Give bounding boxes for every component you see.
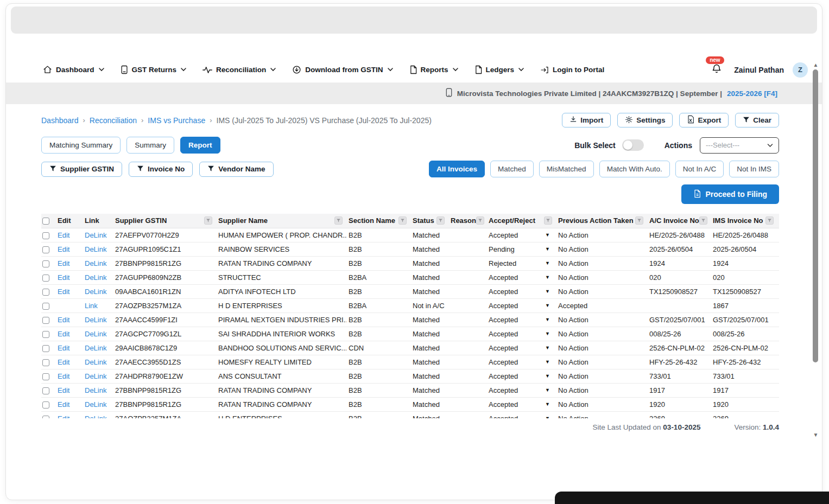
accept-reject-dropdown[interactable]: Rejected▼: [486, 256, 556, 270]
clear-button[interactable]: Clear: [735, 113, 779, 127]
link-delink-link[interactable]: DeLink: [85, 330, 106, 338]
edit-link[interactable]: Edit: [58, 273, 69, 282]
proceed-to-filing-button[interactable]: Proceed to Filing: [681, 184, 779, 204]
row-checkbox[interactable]: [42, 275, 49, 282]
export-button[interactable]: Export: [679, 113, 729, 127]
link-delink-link[interactable]: DeLink: [85, 358, 106, 366]
link-delink-link[interactable]: DeLink: [85, 414, 106, 419]
nav-reports[interactable]: Reports: [409, 65, 458, 74]
row-checkbox[interactable]: [42, 373, 49, 380]
accept-reject-dropdown[interactable]: Accepted▼: [486, 312, 556, 327]
breadcrumb-reconciliation[interactable]: Reconciliation: [90, 116, 137, 125]
nav-download-gstin[interactable]: Download from GSTIN: [292, 65, 393, 74]
tab-matching-summary[interactable]: Matching Summary: [41, 137, 121, 154]
financial-year-link[interactable]: 2025-2026 [F4]: [727, 90, 777, 98]
row-checkbox[interactable]: [42, 387, 49, 394]
accept-reject-dropdown[interactable]: Accepted▼: [486, 270, 556, 284]
accept-reject-dropdown[interactable]: Accepted▼: [486, 298, 556, 312]
nav-login-portal[interactable]: Login to Portal: [540, 66, 604, 74]
accept-reject-dropdown[interactable]: Accepted▼: [486, 355, 556, 369]
breadcrumb-dashboard[interactable]: Dashboard: [41, 116, 79, 125]
scroll-up-arrow[interactable]: ▲: [812, 62, 819, 68]
tab-not-in-ims[interactable]: Not In IMS: [729, 161, 779, 177]
link-delink-link[interactable]: Link: [85, 302, 98, 310]
row-checkbox[interactable]: [42, 303, 49, 310]
tab-summary[interactable]: Summary: [126, 137, 174, 154]
tab-all-invoices[interactable]: All Invoices: [429, 161, 485, 177]
edit-link[interactable]: Edit: [58, 288, 69, 296]
row-checkbox[interactable]: [42, 401, 49, 409]
accept-reject-dropdown[interactable]: Accepted▼: [486, 411, 556, 418]
accept-reject-dropdown[interactable]: Accepted▼: [486, 327, 556, 341]
row-checkbox[interactable]: [42, 331, 49, 338]
accept-reject-dropdown[interactable]: Accepted▼: [486, 284, 556, 298]
row-checkbox[interactable]: [42, 359, 49, 366]
tab-mismatched[interactable]: MisMatched: [539, 161, 594, 177]
edit-link[interactable]: Edit: [58, 245, 69, 253]
link-delink-link[interactable]: DeLink: [85, 400, 106, 409]
filter-vendor-name[interactable]: Vendor Name: [199, 162, 273, 177]
breadcrumb-ims-vs-purchase[interactable]: IMS vs Purchase: [148, 116, 205, 125]
edit-link[interactable]: Edit: [58, 386, 69, 394]
accept-reject-dropdown[interactable]: Accepted▼: [486, 397, 556, 411]
nav-dashboard[interactable]: Dashboard: [43, 65, 104, 74]
edit-link[interactable]: Edit: [58, 231, 69, 239]
edit-link[interactable]: Edit: [58, 372, 69, 380]
row-checkbox[interactable]: [42, 289, 49, 296]
bulk-select-toggle[interactable]: [622, 139, 644, 151]
scrollbar-thumb[interactable]: [813, 69, 818, 362]
accept-reject-dropdown[interactable]: Accepted▼: [486, 383, 556, 397]
link-delink-link[interactable]: DeLink: [85, 344, 106, 352]
nav-ledgers[interactable]: Ledgers: [474, 65, 524, 74]
column-filter-icon[interactable]: [765, 216, 774, 225]
edit-link[interactable]: Edit: [58, 259, 69, 267]
accept-reject-dropdown[interactable]: Accepted▼: [486, 228, 556, 242]
link-delink-link[interactable]: DeLink: [85, 259, 106, 267]
tab-not-in-ac[interactable]: Not In A/C: [675, 161, 724, 177]
column-filter-icon[interactable]: [635, 216, 643, 225]
column-filter-icon[interactable]: [334, 216, 343, 225]
row-checkbox[interactable]: [42, 345, 49, 352]
link-delink-link[interactable]: DeLink: [85, 386, 106, 394]
filter-supplier-gstin[interactable]: Supplier GSTIN: [41, 162, 122, 177]
column-filter-icon[interactable]: [436, 216, 445, 225]
accept-reject-dropdown[interactable]: Accepted▼: [486, 369, 556, 383]
accept-reject-dropdown[interactable]: Accepted▼: [486, 341, 556, 355]
notifications-button[interactable]: new: [711, 63, 722, 76]
actions-select[interactable]: ---Select---: [700, 137, 779, 154]
link-delink-link[interactable]: DeLink: [85, 372, 106, 380]
link-delink-link[interactable]: DeLink: [85, 231, 106, 239]
link-delink-link[interactable]: DeLink: [85, 288, 106, 296]
row-checkbox[interactable]: [42, 416, 49, 418]
edit-link[interactable]: Edit: [58, 400, 69, 409]
nav-reconciliation[interactable]: Reconciliation: [202, 66, 276, 74]
edit-link[interactable]: Edit: [58, 344, 69, 352]
tab-matched[interactable]: Matched: [490, 161, 534, 177]
tab-report[interactable]: Report: [180, 137, 220, 154]
edit-link[interactable]: Edit: [58, 330, 69, 338]
column-filter-icon[interactable]: [204, 216, 212, 225]
scroll-down-arrow[interactable]: ▼: [812, 432, 819, 438]
edit-link[interactable]: Edit: [58, 358, 69, 366]
row-checkbox[interactable]: [42, 246, 49, 253]
row-checkbox[interactable]: [42, 317, 49, 324]
avatar[interactable]: Z: [793, 62, 808, 78]
nav-gst-returns[interactable]: GST Returns: [121, 65, 187, 74]
column-filter-icon[interactable]: [476, 216, 484, 225]
column-filter-icon[interactable]: [398, 216, 407, 225]
tab-match-with-auto[interactable]: Match With Auto.: [599, 161, 670, 177]
link-delink-link[interactable]: DeLink: [85, 316, 106, 324]
edit-link[interactable]: Edit: [58, 414, 69, 419]
select-all-checkbox[interactable]: [42, 218, 49, 225]
link-delink-link[interactable]: DeLink: [85, 245, 106, 253]
accept-reject-dropdown[interactable]: Pending▼: [486, 242, 556, 256]
row-checkbox[interactable]: [42, 260, 49, 267]
edit-link[interactable]: Edit: [58, 316, 69, 324]
import-button[interactable]: Import: [562, 113, 611, 127]
filter-invoice-no[interactable]: Invoice No: [129, 162, 193, 177]
column-filter-icon[interactable]: [699, 216, 707, 225]
settings-button[interactable]: Settings: [617, 113, 673, 127]
row-checkbox[interactable]: [42, 232, 49, 239]
link-delink-link[interactable]: DeLink: [85, 273, 106, 282]
column-filter-icon[interactable]: [544, 216, 552, 225]
